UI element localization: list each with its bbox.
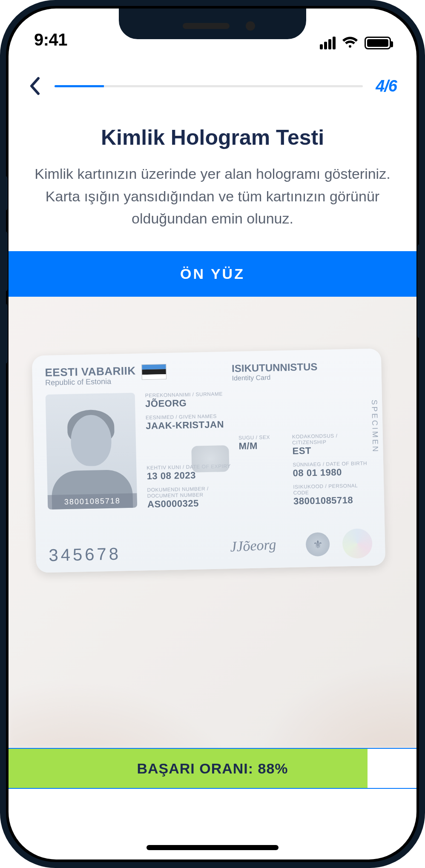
card-fields: PEREKONNANIMI / SURNAME JÕEORG EESNIMED … [145, 388, 372, 514]
phone-volume-down [3, 304, 8, 364]
card-chip-icon [191, 445, 229, 473]
wifi-icon [342, 37, 359, 49]
card-nationality: EST [292, 444, 370, 457]
phone-volume-up [3, 232, 8, 291]
back-button[interactable] [28, 77, 42, 95]
page-title: Kimlik Hologram Testi [9, 108, 416, 163]
battery-icon [365, 37, 391, 49]
card-signature: JJõeorg [230, 536, 276, 555]
card-country-native: EESTI VABARIIK [45, 365, 136, 379]
card-doctype-native: ISIKUTUNNISTUS [232, 361, 318, 375]
cellular-signal-icon [320, 37, 336, 49]
step-counter: 4/6 [376, 77, 397, 95]
card-country-en: Republic of Estonia [45, 377, 136, 387]
status-icons [320, 37, 391, 49]
card-photo: 38001085718 [46, 393, 138, 510]
card-hologram-icon [342, 528, 372, 559]
card-serial: 345678 [49, 544, 121, 565]
card-coat-of-arms-icon: ⚜ [306, 532, 330, 556]
field-label: ISIKUKOOD / PERSONAL CODE [293, 482, 371, 496]
phone-power-button [417, 244, 422, 338]
page-description: Kimlik kartınızın üzerinde yer alan holo… [9, 163, 416, 251]
nav-row: 4/6 [9, 55, 416, 108]
card-doctype: ISIKUTUNNISTUS Identity Card [232, 361, 318, 382]
phone-notch [119, 9, 306, 39]
screen: 9:41 4/6 Kimlik Hologram Testi K [9, 9, 416, 859]
id-card: EESTI VABARIIK Republic of Estonia ISIKU… [32, 349, 386, 573]
estonia-flag-icon [141, 364, 167, 380]
card-doctype-en: Identity Card [232, 373, 318, 382]
card-personal-code: 38001085718 [293, 494, 371, 507]
phone-silent-switch [3, 176, 8, 210]
card-photo-code: 38001085718 [48, 493, 138, 510]
card-doc-number: AS0000325 [147, 497, 234, 510]
progress-bar [55, 85, 363, 87]
field-label: DOKUMENDI NUMBER / DOCUMENT NUMBER [147, 485, 234, 499]
camera-preview[interactable]: EESTI VABARIIK Republic of Estonia ISIKU… [9, 297, 416, 748]
home-indicator[interactable] [146, 845, 279, 850]
specimen-label: SPECIMEN [370, 400, 380, 453]
front-side-banner: ÖN YÜZ [9, 251, 416, 297]
field-label: KODAKONDSUS / CITIZENSHIP [292, 433, 370, 446]
card-birth-date: 08 01 1980 [293, 466, 370, 479]
phone-frame: 9:41 4/6 Kimlik Hologram Testi K [0, 0, 425, 868]
success-rate-label: BAŞARI ORANI: 88% [9, 749, 416, 788]
status-time: 9:41 [34, 30, 67, 49]
card-country: EESTI VABARIIK Republic of Estonia [45, 365, 136, 387]
success-rate-bar: BAŞARI ORANI: 88% [9, 748, 416, 789]
card-sex: M/M [238, 440, 286, 452]
progress-fill [55, 85, 104, 87]
